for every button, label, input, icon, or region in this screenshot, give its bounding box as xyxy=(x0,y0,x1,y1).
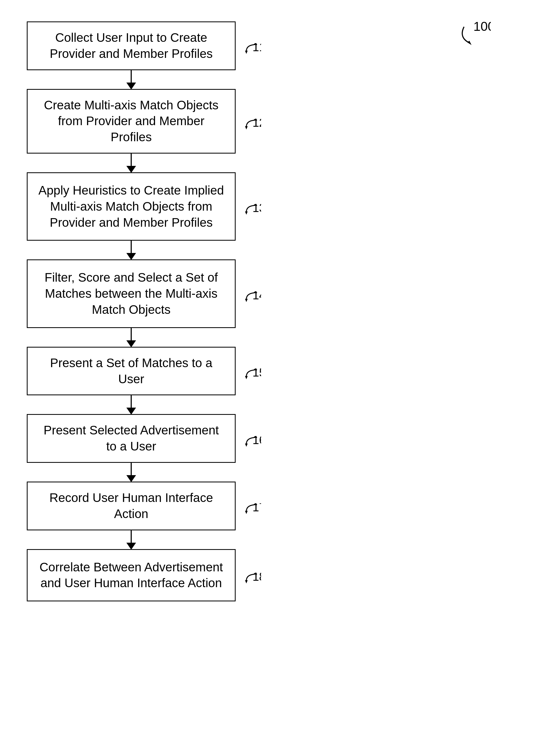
svg-text:140: 140 xyxy=(253,291,261,302)
tick-150-icon: 150 xyxy=(242,368,261,383)
svg-marker-12 xyxy=(245,443,248,447)
svg-text:130: 130 xyxy=(253,204,261,214)
step-row-110: Collect User Input to Create Provider an… xyxy=(27,22,261,70)
arrow-connector-2 xyxy=(27,153,236,172)
svg-text:170: 170 xyxy=(253,503,261,514)
svg-text:100: 100 xyxy=(473,22,491,34)
tick-170-icon: 170 xyxy=(242,503,261,518)
ref-wrapper-140: 140 xyxy=(242,291,261,306)
tick-160-icon: 160 xyxy=(242,436,261,451)
ref-wrapper-170: 170 xyxy=(242,503,261,518)
ref-wrapper-160: 160 xyxy=(242,436,261,451)
ref-wrapper-130: 130 xyxy=(242,204,261,219)
arrow-connector-1 xyxy=(27,70,236,89)
tick-180-icon: 180 xyxy=(242,573,261,588)
ref-wrapper-150: 150 xyxy=(242,368,261,383)
step-text-120: Create Multi-axis Match Objects from Pro… xyxy=(38,97,224,145)
svg-marker-2 xyxy=(245,50,248,54)
step-text-170: Record User Human Interface Action xyxy=(38,490,224,522)
step-row-140: Filter, Score and Select a Set of Matche… xyxy=(27,259,261,328)
svg-marker-8 xyxy=(245,299,248,302)
svg-text:120: 120 xyxy=(253,119,261,129)
arrow-connector-6 xyxy=(27,463,236,482)
ref-wrapper-120: 120 xyxy=(242,119,261,134)
ref-tick-110: 110 xyxy=(242,43,261,58)
flow-wrapper: Collect User Input to Create Provider an… xyxy=(27,22,261,601)
step-text-140: Filter, Score and Select a Set of Matche… xyxy=(38,270,224,318)
step-box-180: Correlate Between Advertisement and User… xyxy=(27,549,236,602)
step-box-140: Filter, Score and Select a Set of Matche… xyxy=(27,259,236,328)
ref-wrapper-180: 180 xyxy=(242,573,261,588)
diagram-container: 100 Collect User Input to Create Provide… xyxy=(0,0,539,756)
arrow-connector-7 xyxy=(27,530,236,549)
tick-140-icon: 140 xyxy=(242,291,261,306)
arrow-connector-3 xyxy=(27,241,236,259)
step-box-110: Collect User Input to Create Provider an… xyxy=(27,22,236,70)
step-text-150: Present a Set of Matches to a User xyxy=(38,355,224,387)
step-box-130: Apply Heuristics to Create Implied Multi… xyxy=(27,172,236,241)
step-row-120: Create Multi-axis Match Objects from Pro… xyxy=(27,89,261,153)
arrow-connector-5 xyxy=(27,395,236,414)
step-text-160: Present Selected Advertisement to a User xyxy=(38,423,224,454)
svg-text:110: 110 xyxy=(253,43,261,53)
step-box-170: Record User Human Interface Action xyxy=(27,482,236,530)
step-row-180: Correlate Between Advertisement and User… xyxy=(27,549,261,602)
step-text-180: Correlate Between Advertisement and User… xyxy=(38,559,224,592)
step-box-160: Present Selected Advertisement to a User xyxy=(27,414,236,463)
main-ref-arrow-icon: 100 xyxy=(456,22,491,51)
arrow-connector-4 xyxy=(27,328,236,347)
ref-wrapper-110: 110 xyxy=(242,43,261,58)
main-reference: 100 xyxy=(456,22,491,51)
svg-text:150: 150 xyxy=(253,368,261,379)
svg-marker-14 xyxy=(245,511,248,514)
tick-130-icon: 130 xyxy=(242,204,261,219)
svg-marker-10 xyxy=(245,376,248,379)
step-box-120: Create Multi-axis Match Objects from Pro… xyxy=(27,89,236,153)
svg-text:160: 160 xyxy=(253,436,261,446)
tick-120-icon: 120 xyxy=(242,119,261,134)
step-row-170: Record User Human Interface Action 170 xyxy=(27,482,261,530)
svg-marker-6 xyxy=(245,212,248,215)
svg-marker-4 xyxy=(245,126,248,130)
svg-marker-0 xyxy=(467,41,472,45)
step-row-160: Present Selected Advertisement to a User… xyxy=(27,414,261,463)
step-text-110: Collect User Input to Create Provider an… xyxy=(38,30,224,62)
step-row-150: Present a Set of Matches to a User 150 xyxy=(27,347,261,396)
svg-text:180: 180 xyxy=(253,573,261,583)
svg-marker-16 xyxy=(245,580,248,583)
step-box-150: Present a Set of Matches to a User xyxy=(27,347,236,396)
step-row-130: Apply Heuristics to Create Implied Multi… xyxy=(27,172,261,241)
step-text-130: Apply Heuristics to Create Implied Multi… xyxy=(38,182,224,231)
tick-110-icon: 110 xyxy=(242,43,261,58)
